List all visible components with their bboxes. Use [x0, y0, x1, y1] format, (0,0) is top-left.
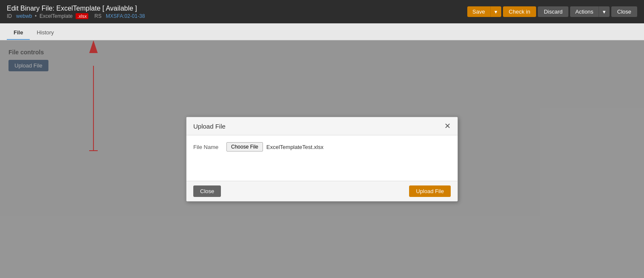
modal-body: File Name Choose File ExcelTemplateTest.…	[186, 135, 458, 181]
file-name-value: ExcelTemplateTest.xlsx	[266, 144, 323, 150]
file-name-label: File Name	[193, 144, 223, 150]
separator: •	[35, 13, 37, 19]
header-meta: ID webwb • ExcelTemplate .xlsx RS MXSFA:…	[7, 13, 467, 19]
modal-footer: Close Upload File	[186, 181, 458, 201]
tab-file[interactable]: File	[7, 26, 30, 40]
save-button-group: Save ▼	[467, 6, 501, 17]
modal-title: Upload File	[193, 123, 226, 130]
header-bar: Edit Binary File: ExcelTemplate [ Availa…	[0, 0, 644, 23]
modal-header: Upload File ✕	[186, 117, 458, 135]
modal-close-button[interactable]: Close	[193, 185, 221, 197]
modal-upload-button[interactable]: Upload File	[409, 185, 451, 197]
close-button[interactable]: Close	[611, 6, 637, 17]
modal-close-x-button[interactable]: ✕	[444, 122, 451, 130]
file-name-row: File Name Choose File ExcelTemplateTest.…	[193, 142, 451, 152]
header-left: Edit Binary File: ExcelTemplate [ Availa…	[7, 5, 467, 19]
tabs-bar: File History	[0, 23, 644, 40]
rs-label: RS	[94, 13, 102, 19]
save-dropdown-button[interactable]: ▼	[490, 6, 501, 17]
webwb-value: webwb	[16, 13, 32, 19]
actions-dropdown-button[interactable]: ▼	[599, 6, 610, 17]
xlsx-badge: .xlsx	[76, 13, 88, 19]
choose-file-button[interactable]: Choose File	[226, 142, 263, 152]
actions-button-group: Actions ▼	[570, 6, 610, 17]
title-text: Edit Binary File: ExcelTemplate [ Availa…	[7, 5, 137, 12]
page-title: Edit Binary File: ExcelTemplate [ Availa…	[7, 5, 467, 12]
rs-value: MXSFA:02-01-38	[106, 13, 145, 19]
save-button[interactable]: Save	[467, 6, 490, 17]
discard-button[interactable]: Discard	[538, 6, 568, 17]
modal-resize-handle[interactable]	[452, 196, 458, 201]
upload-file-modal: Upload File ✕ File Name Choose File Exce…	[186, 117, 458, 202]
modal-overlay: Upload File ✕ File Name Choose File Exce…	[0, 40, 644, 278]
check-in-button[interactable]: Check in	[503, 6, 537, 17]
id-label: ID	[7, 13, 12, 19]
tab-history[interactable]: History	[30, 26, 60, 40]
header-buttons: Save ▼ Check in Discard Actions ▼ Close	[467, 6, 637, 17]
main-content: File controls Upload File Upload File ✕ …	[0, 40, 644, 278]
excel-template-value: ExcelTemplate	[40, 13, 73, 19]
actions-button[interactable]: Actions	[570, 6, 599, 17]
